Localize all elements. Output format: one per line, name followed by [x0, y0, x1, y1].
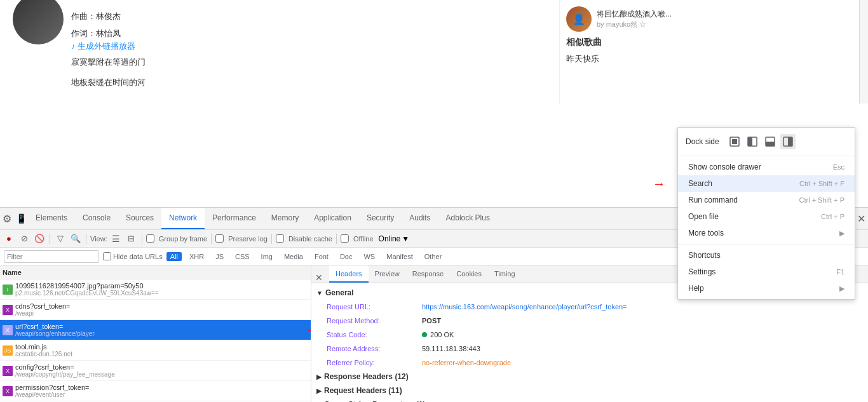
network-path: /weapi/song/enhance/player: [15, 330, 308, 337]
list-view-button[interactable]: ☰: [110, 232, 123, 245]
settings-item[interactable]: Settings F1: [678, 264, 855, 280]
view-label: View:: [90, 235, 107, 243]
detail-tab-preview[interactable]: Preview: [369, 265, 406, 283]
filter-type-manifest[interactable]: Manifest: [383, 252, 417, 261]
dock-left[interactable]: [745, 134, 760, 149]
filter-type-img[interactable]: Img: [257, 252, 276, 261]
group-by-frame-checkbox[interactable]: [146, 234, 154, 243]
tab-audits[interactable]: Audits: [402, 208, 438, 229]
tab-application[interactable]: Application: [306, 208, 359, 229]
query-string-section-header[interactable]: ▶ Query String Parameters (1): [316, 398, 863, 402]
show-console-drawer-item[interactable]: Show console drawer Esc: [678, 159, 855, 175]
request-headers-section-header[interactable]: ▶ Request Headers (11): [316, 384, 863, 398]
svg-rect-3: [748, 137, 752, 146]
record-button[interactable]: ●: [3, 232, 15, 245]
dock-bottom[interactable]: [763, 134, 778, 149]
scrollbar[interactable]: [859, 0, 868, 104]
devtools-mobile-icon[interactable]: 📱: [14, 211, 28, 225]
filter-type-doc[interactable]: Doc: [336, 252, 356, 261]
response-headers-section-header[interactable]: ▶ Response Headers (12): [316, 370, 863, 384]
network-item[interactable]: X permission?csrf_token= /weapi/event/us…: [0, 381, 311, 401]
lyric-line-1: 寂寞擊附在等過的门: [71, 55, 146, 70]
disable-cache-checkbox[interactable]: [276, 234, 284, 243]
referrer-policy-value: no-referrer-when-downgrade: [422, 357, 511, 368]
svg-rect-5: [766, 142, 775, 146]
filter-type-media[interactable]: Media: [280, 252, 307, 261]
tab-memory[interactable]: Memory: [264, 208, 306, 229]
help-item[interactable]: Help ▶: [678, 280, 855, 297]
status-green-dot: [422, 332, 427, 337]
shortcuts-label: Shortcuts: [688, 251, 844, 260]
online-dropdown[interactable]: Online ▼: [376, 234, 412, 244]
filter-type-xhr[interactable]: XHR: [186, 252, 208, 261]
filter-type-other[interactable]: Other: [421, 252, 446, 261]
album-art: [13, 0, 64, 44]
clear-button[interactable]: 🚫: [33, 232, 46, 245]
svg-rect-1: [732, 139, 737, 144]
detail-tab-cookies[interactable]: Cookies: [450, 265, 488, 283]
more-tools-item[interactable]: More tools ▶: [678, 225, 855, 241]
screenshot-view-button[interactable]: ⊟: [125, 232, 138, 245]
stop-button[interactable]: ⊘: [18, 232, 31, 245]
network-url: cdns?csrf_token=: [15, 302, 308, 310]
external-link[interactable]: ♪ 生成外链播放器: [71, 41, 135, 51]
filter-type-js[interactable]: JS: [212, 252, 227, 261]
network-item[interactable]: JS tool.min.js acstatic-dun.126.net: [0, 340, 311, 361]
network-item[interactable]: X cdns?csrf_token= /weapi: [0, 300, 311, 320]
dock-right[interactable]: [780, 134, 796, 149]
detail-tab-response[interactable]: Response: [406, 265, 451, 283]
dock-side-label: Dock side: [686, 137, 719, 146]
close-devtools-button[interactable]: ✕: [854, 211, 868, 225]
separator-3: [142, 234, 142, 244]
shortcuts-item[interactable]: Shortcuts: [678, 247, 855, 264]
run-command-item[interactable]: Run command Ctrl + Shift + P: [678, 192, 855, 208]
dock-separate-window[interactable]: [727, 134, 742, 149]
response-headers-section: ▶ Response Headers (12): [316, 370, 863, 384]
filter-button[interactable]: ▽: [54, 232, 67, 245]
hide-data-urls-checkbox[interactable]: [103, 252, 111, 260]
lyric-line-2: 地板裂缝在时间的河: [71, 75, 146, 90]
request-headers-toggle: ▶: [316, 387, 322, 394]
item-type-icon: X: [3, 366, 13, 376]
network-item[interactable]: X config?csrf_token= /weapi/copyright/pa…: [0, 361, 311, 381]
open-file-shortcut: Ctrl + P: [821, 213, 844, 220]
network-list[interactable]: Name I 109951162819954007.jpg?param=50y5…: [0, 265, 311, 402]
more-tools-arrow: ▶: [839, 229, 844, 238]
separator-6: [336, 234, 337, 244]
preserve-log-checkbox[interactable]: [215, 234, 224, 243]
tab-network[interactable]: Network: [161, 208, 205, 229]
detail-tab-headers[interactable]: Headers: [329, 265, 369, 283]
online-label: Online: [379, 234, 401, 243]
filter-input[interactable]: [4, 250, 99, 263]
tab-security[interactable]: Security: [359, 208, 402, 229]
similar-section: 相似歌曲 昨天快乐: [566, 37, 862, 65]
tab-adblock[interactable]: Adblock Plus: [438, 208, 498, 229]
tab-sources[interactable]: Sources: [118, 208, 161, 229]
search-item[interactable]: Search Ctrl + Shift + F →: [678, 175, 855, 192]
filter-type-all[interactable]: All: [166, 252, 182, 261]
request-url-row: Request URL: https://music.163.com/weapi…: [316, 300, 863, 314]
search-button[interactable]: 🔍: [69, 232, 82, 245]
detail-tab-timing[interactable]: Timing: [488, 265, 522, 283]
network-url: url?csrf_token=: [15, 323, 308, 330]
offline-checkbox[interactable]: [341, 234, 349, 243]
item-type-icon: X: [3, 386, 13, 396]
tab-performance[interactable]: Performance: [205, 208, 264, 229]
webpage-area: 作曲：林俊杰 作词：林怡凤 ♪ 生成外链播放器 寂寞擊附在等過的门 地板裂缝在时…: [0, 0, 868, 104]
network-item[interactable]: I 109951162819954007.jpg?param=50y50 p2.…: [0, 279, 311, 300]
filter-type-font[interactable]: Font: [311, 252, 332, 261]
hide-data-urls-label: Hide data URLs: [113, 253, 163, 260]
separator-2: [86, 234, 86, 244]
offline-label: Offline: [353, 235, 374, 243]
hide-data-urls[interactable]: Hide data URLs: [103, 252, 163, 260]
filter-type-ws[interactable]: WS: [360, 252, 379, 261]
tab-elements[interactable]: Elements: [28, 208, 75, 229]
close-detail-button[interactable]: ✕: [311, 272, 327, 283]
network-item-selected[interactable]: X url?csrf_token= /weapi/song/enhance/pl…: [0, 320, 311, 340]
more-tools-label: More tools: [688, 229, 839, 238]
tab-console[interactable]: Console: [75, 208, 118, 229]
devtools-dock-icon[interactable]: ⚙: [0, 211, 14, 225]
filter-type-css[interactable]: CSS: [231, 252, 254, 261]
open-file-item[interactable]: Open file Ctrl + P: [678, 208, 855, 225]
svg-rect-7: [788, 137, 792, 146]
